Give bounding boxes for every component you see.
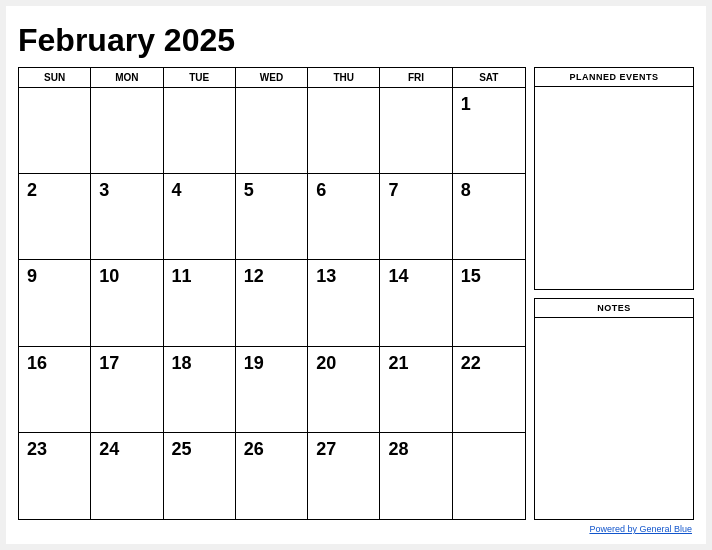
calendar-cell: [236, 88, 308, 174]
calendar-cell: 8: [453, 174, 525, 260]
page-title: February 2025: [18, 22, 694, 59]
calendar-cell: 23: [19, 433, 91, 519]
calendar-cell: 24: [91, 433, 163, 519]
calendar-cell: 16: [19, 347, 91, 433]
calendar-cell: 1: [453, 88, 525, 174]
sidebar: PLANNED EVENTS NOTES: [534, 67, 694, 520]
calendar-cell: 4: [164, 174, 236, 260]
notes-title: NOTES: [535, 299, 693, 318]
calendar-cell: 3: [91, 174, 163, 260]
calendar: SUNMONTUEWEDTHUFRISAT 123456789101112131…: [18, 67, 526, 520]
calendar-cell: [19, 88, 91, 174]
calendar-cell: [380, 88, 452, 174]
notes-content: [535, 318, 693, 520]
planned-events-box: PLANNED EVENTS: [534, 67, 694, 290]
calendar-cell: 20: [308, 347, 380, 433]
calendar-cell: 2: [19, 174, 91, 260]
planned-events-title: PLANNED EVENTS: [535, 68, 693, 87]
calendar-cell: 7: [380, 174, 452, 260]
day-header: TUE: [164, 68, 236, 87]
day-header: MON: [91, 68, 163, 87]
calendar-cell: 12: [236, 260, 308, 346]
calendar-cell: 5: [236, 174, 308, 260]
day-headers-row: SUNMONTUEWEDTHUFRISAT: [19, 68, 525, 88]
calendar-cell: [453, 433, 525, 519]
day-header: WED: [236, 68, 308, 87]
calendar-cell: 28: [380, 433, 452, 519]
calendar-cell: [164, 88, 236, 174]
main-area: SUNMONTUEWEDTHUFRISAT 123456789101112131…: [18, 67, 694, 520]
powered-by-link[interactable]: Powered by General Blue: [589, 524, 692, 534]
footer: Powered by General Blue: [18, 524, 694, 534]
calendar-cell: 19: [236, 347, 308, 433]
calendar-cell: [308, 88, 380, 174]
page: February 2025 SUNMONTUEWEDTHUFRISAT 1234…: [6, 6, 706, 544]
calendar-cell: 9: [19, 260, 91, 346]
day-header: FRI: [380, 68, 452, 87]
calendar-cell: 6: [308, 174, 380, 260]
day-header: SAT: [453, 68, 525, 87]
planned-events-content: [535, 87, 693, 289]
calendar-cell: [91, 88, 163, 174]
calendar-cell: 18: [164, 347, 236, 433]
calendar-cell: 10: [91, 260, 163, 346]
day-header: THU: [308, 68, 380, 87]
calendar-cell: 27: [308, 433, 380, 519]
notes-box: NOTES: [534, 298, 694, 521]
calendar-grid: 1234567891011121314151617181920212223242…: [19, 88, 525, 519]
calendar-cell: 17: [91, 347, 163, 433]
calendar-cell: 25: [164, 433, 236, 519]
calendar-cell: 21: [380, 347, 452, 433]
calendar-cell: 11: [164, 260, 236, 346]
calendar-cell: 13: [308, 260, 380, 346]
calendar-cell: 22: [453, 347, 525, 433]
calendar-cell: 26: [236, 433, 308, 519]
calendar-cell: 15: [453, 260, 525, 346]
day-header: SUN: [19, 68, 91, 87]
calendar-cell: 14: [380, 260, 452, 346]
